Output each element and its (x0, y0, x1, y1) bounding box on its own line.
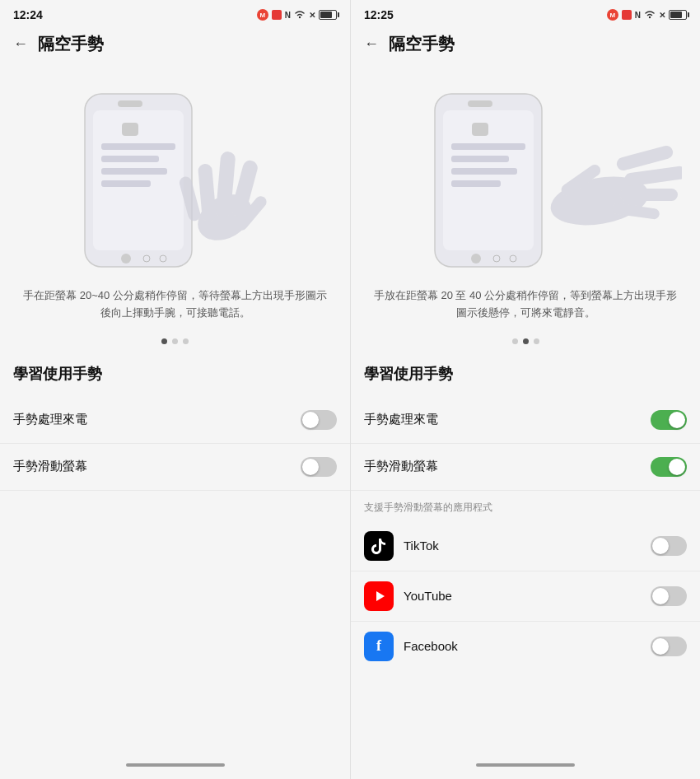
left-setting-calls: 手勢處理來電 (0, 397, 350, 444)
right-setting-calls-label: 手勢處理來電 (364, 412, 438, 427)
svg-rect-15 (197, 163, 216, 222)
right-notification-icon (622, 10, 632, 20)
right-dot-2 (523, 338, 529, 344)
right-page-title: 隔空手勢 (389, 33, 455, 55)
svg-point-11 (160, 255, 166, 262)
svg-point-29 (510, 255, 516, 262)
svg-rect-4 (101, 143, 175, 150)
svg-rect-7 (101, 180, 151, 187)
left-page-title: 隔空手勢 (38, 33, 104, 55)
left-status-bar: 12:24 M N ✕ (0, 0, 350, 26)
facebook-icon: f (364, 632, 394, 661)
right-setting-scroll: 手勢滑動螢幕 (351, 444, 700, 491)
left-description: 手在距螢幕 20~40 公分處稍作停留，等待螢幕上方出現手形圖示後向上揮動手腕，… (0, 287, 350, 332)
tiktok-app-name: TikTok (404, 539, 439, 553)
svg-rect-33 (620, 189, 678, 201)
youtube-app-name: YouTube (404, 589, 452, 603)
left-phone-panel: 12:24 M N ✕ ← 隔空手勢 (0, 0, 350, 779)
left-toggle-scroll[interactable] (301, 457, 337, 477)
right-app-tiktok: TikTok (351, 521, 700, 571)
svg-point-9 (121, 254, 131, 264)
right-x-signal-icon: ✕ (659, 11, 665, 20)
right-gmail-icon: M (607, 9, 618, 21)
right-bottom-bar (351, 754, 700, 779)
right-app-facebook: f Facebook (351, 622, 700, 671)
right-section-title: 學習使用手勢 (351, 357, 700, 397)
svg-rect-6 (101, 168, 167, 175)
right-wifi-icon (644, 7, 656, 22)
svg-rect-22 (451, 143, 525, 150)
right-toggle-tiktok[interactable] (651, 536, 687, 556)
gmail-icon: M (257, 9, 268, 21)
svg-rect-32 (623, 166, 682, 187)
left-setting-calls-label: 手勢處理來電 (13, 412, 87, 427)
left-page-header: ← 隔空手勢 (0, 26, 350, 65)
left-status-time: 12:24 (13, 8, 43, 21)
right-status-icons: M N ✕ (607, 7, 687, 22)
right-battery-icon (669, 10, 687, 20)
right-nfc-icon: N (635, 11, 641, 20)
dot-2 (172, 338, 178, 344)
svg-rect-8 (122, 123, 138, 136)
right-app-facebook-left: f Facebook (364, 632, 458, 661)
left-setting-scroll-label: 手勢滑動螢幕 (13, 459, 87, 474)
svg-rect-24 (451, 168, 517, 175)
right-sub-section-label: 支援手勢滑動螢幕的應用程式 (351, 491, 700, 521)
left-status-icons: M N ✕ (257, 7, 337, 22)
svg-rect-31 (615, 144, 674, 172)
notification-icon (272, 10, 282, 20)
svg-point-10 (143, 255, 150, 262)
svg-rect-5 (101, 156, 159, 162)
right-settings-list: 手勢處理來電 手勢滑動螢幕 支援手勢滑動螢幕的應用程式 TikTok (351, 397, 700, 754)
right-status-bar: 12:25 M N ✕ (351, 0, 700, 26)
svg-rect-23 (451, 156, 509, 162)
svg-rect-26 (472, 123, 488, 136)
svg-rect-25 (451, 180, 501, 187)
left-gesture-svg (19, 77, 332, 275)
right-phone-panel: 12:25 M N ✕ ← 隔空手勢 (350, 0, 700, 779)
youtube-icon (364, 581, 394, 611)
svg-point-28 (493, 255, 500, 262)
right-toggle-scroll[interactable] (651, 457, 687, 477)
left-bottom-bar (0, 754, 350, 779)
right-illustration (351, 65, 700, 287)
right-dot-1 (512, 338, 518, 344)
right-app-youtube: YouTube (351, 571, 700, 622)
left-dots (0, 332, 350, 357)
wifi-icon (294, 7, 306, 22)
left-bottom-pill (126, 763, 225, 767)
svg-point-0 (299, 16, 301, 18)
right-toggle-facebook[interactable] (651, 637, 687, 656)
svg-rect-3 (118, 100, 142, 107)
dot-3 (183, 338, 189, 344)
right-page-header: ← 隔空手勢 (351, 26, 700, 65)
right-dot-3 (534, 338, 539, 344)
right-dots (351, 332, 700, 357)
right-setting-scroll-label: 手勢滑動螢幕 (364, 459, 438, 474)
right-status-time: 12:25 (364, 8, 394, 21)
left-back-button[interactable]: ← (13, 35, 28, 53)
svg-point-27 (471, 254, 481, 264)
svg-rect-21 (468, 100, 492, 107)
facebook-app-name: Facebook (404, 639, 458, 653)
left-illustration (0, 65, 350, 287)
right-gesture-svg (369, 77, 682, 275)
left-toggle-calls[interactable] (301, 410, 337, 430)
battery-icon (319, 10, 337, 20)
svg-marker-36 (376, 591, 385, 601)
right-toggle-youtube[interactable] (651, 586, 687, 606)
right-toggle-calls[interactable] (651, 410, 687, 430)
right-bottom-pill (476, 763, 575, 767)
tiktok-icon (364, 531, 394, 561)
left-section-title: 學習使用手勢 (0, 357, 350, 397)
right-app-youtube-left: YouTube (364, 581, 452, 611)
x-signal-icon: ✕ (309, 11, 315, 20)
svg-point-18 (649, 16, 651, 18)
left-settings-list: 手勢處理來電 手勢滑動螢幕 (0, 397, 350, 754)
right-app-tiktok-left: TikTok (364, 531, 439, 561)
right-setting-calls: 手勢處理來電 (351, 397, 700, 444)
right-back-button[interactable]: ← (364, 35, 379, 53)
left-setting-scroll: 手勢滑動螢幕 (0, 444, 350, 491)
nfc-icon: N (285, 11, 291, 20)
dot-1 (161, 338, 167, 344)
